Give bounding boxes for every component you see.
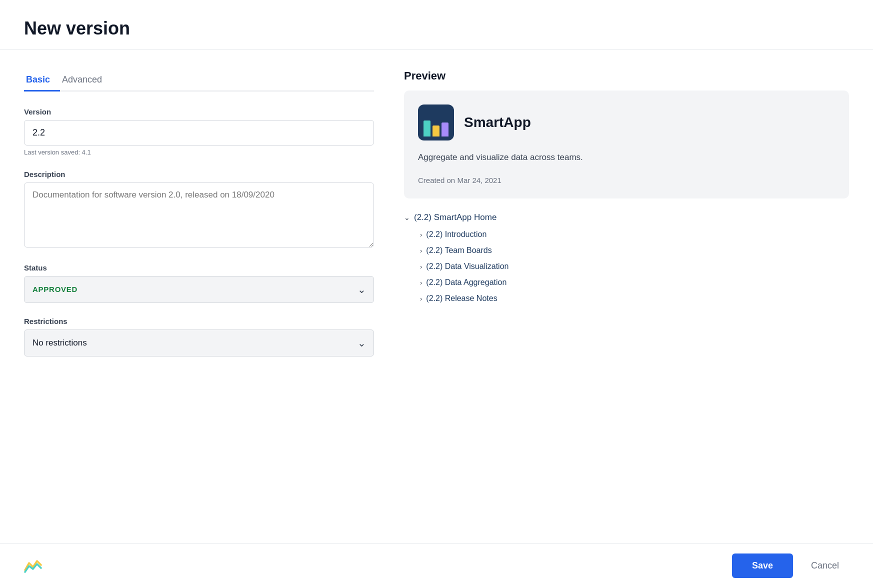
- save-button[interactable]: Save: [732, 554, 793, 578]
- tree-children: › (2.2) Introduction › (2.2) Team Boards…: [420, 226, 849, 306]
- app-created: Created on Mar 24, 2021: [418, 176, 835, 184]
- status-select[interactable]: APPROVED: [24, 276, 374, 303]
- bar-yellow: [432, 126, 440, 136]
- tree-child-4-chevron-icon: ›: [420, 295, 422, 302]
- version-input[interactable]: [24, 120, 374, 146]
- preview-title: Preview: [404, 70, 849, 82]
- tree-child-3-label: (2.2) Data Aggregation: [426, 278, 506, 287]
- tree-child-1[interactable]: › (2.2) Team Boards: [420, 242, 849, 258]
- page-footer: Save Cancel: [0, 543, 873, 588]
- bar-purple: [442, 122, 448, 136]
- status-select-wrapper: APPROVED ⌄: [24, 276, 374, 303]
- tree-child-2-chevron-icon: ›: [420, 263, 422, 270]
- description-input[interactable]: [24, 182, 374, 248]
- page-header: New version: [0, 0, 873, 50]
- tree-child-2-label: (2.2) Data Visualization: [426, 262, 508, 271]
- tree-child-3-chevron-icon: ›: [420, 279, 422, 286]
- restrictions-select-wrapper: No restrictions ⌄: [24, 330, 374, 356]
- page-body: Basic Advanced Version Last version save…: [0, 50, 873, 543]
- footer-actions: Save Cancel: [732, 554, 849, 578]
- tree-child-1-chevron-icon: ›: [420, 247, 422, 254]
- tree-child-0-label: (2.2) Introduction: [426, 230, 486, 239]
- left-panel: Basic Advanced Version Last version save…: [24, 70, 374, 523]
- status-label: Status: [24, 264, 374, 272]
- status-field-group: Status APPROVED ⌄: [24, 264, 374, 303]
- app-icon: [418, 104, 454, 140]
- cancel-button[interactable]: Cancel: [801, 554, 849, 578]
- tree-child-1-label: (2.2) Team Boards: [426, 246, 492, 255]
- footer-logo: [24, 559, 42, 573]
- preview-card: SmartApp Aggregate and visualize data ac…: [404, 90, 849, 198]
- tree-root-label: (2.2) SmartApp Home: [414, 212, 496, 222]
- description-field-group: Description: [24, 170, 374, 250]
- right-panel: Preview SmartApp Aggregate and visualize…: [404, 70, 849, 523]
- brand-logo-icon: [24, 559, 42, 573]
- tree-child-3[interactable]: › (2.2) Data Aggregation: [420, 274, 849, 290]
- tab-advanced[interactable]: Advanced: [60, 70, 112, 92]
- tree: ⌄ (2.2) SmartApp Home › (2.2) Introducti…: [404, 208, 849, 306]
- app-description: Aggregate and visualize data across team…: [418, 150, 835, 164]
- tree-child-4[interactable]: › (2.2) Release Notes: [420, 290, 849, 306]
- bar-teal: [424, 120, 430, 136]
- preview-app-header: SmartApp: [418, 104, 835, 140]
- tree-child-2[interactable]: › (2.2) Data Visualization: [420, 258, 849, 274]
- app-name: SmartApp: [464, 114, 531, 130]
- version-field-group: Version Last version saved: 4.1: [24, 108, 374, 156]
- restrictions-value: No restrictions: [32, 338, 87, 348]
- description-label: Description: [24, 170, 374, 178]
- version-label: Version: [24, 108, 374, 116]
- restrictions-field-group: Restrictions No restrictions ⌄: [24, 317, 374, 356]
- tree-root-item[interactable]: ⌄ (2.2) SmartApp Home: [404, 208, 849, 226]
- status-value: APPROVED: [32, 285, 78, 294]
- tab-basic[interactable]: Basic: [24, 70, 60, 92]
- tree-root-chevron-icon: ⌄: [404, 214, 410, 222]
- tree-child-4-label: (2.2) Release Notes: [426, 294, 497, 303]
- tree-child-0-chevron-icon: ›: [420, 231, 422, 238]
- tabs-container: Basic Advanced: [24, 70, 374, 92]
- tree-child-0[interactable]: › (2.2) Introduction: [420, 226, 849, 242]
- page-title: New version: [24, 18, 849, 39]
- restrictions-select[interactable]: No restrictions: [24, 330, 374, 356]
- version-hint: Last version saved: 4.1: [24, 148, 374, 156]
- restrictions-label: Restrictions: [24, 317, 374, 326]
